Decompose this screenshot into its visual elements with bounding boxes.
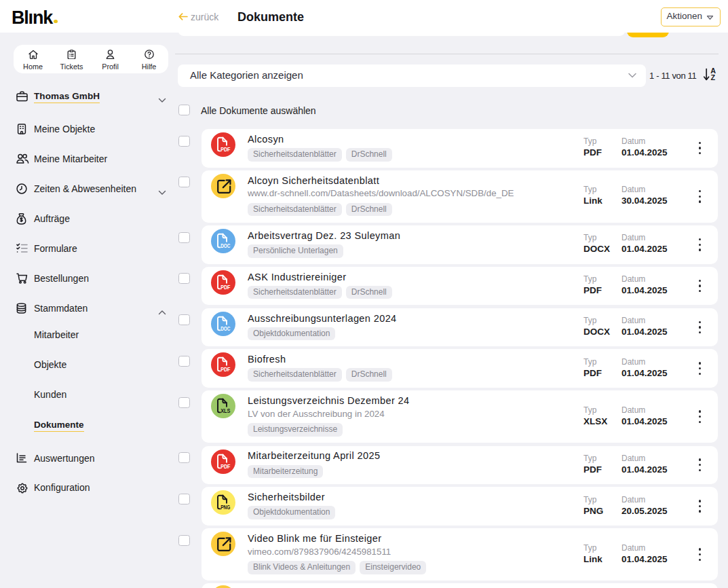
svg-text:XLS: XLS	[221, 407, 231, 414]
svg-text:PDF: PDF	[221, 145, 230, 153]
svg-text:PDF: PDF	[221, 365, 230, 373]
svg-text:DOC: DOC	[221, 325, 230, 332]
svg-text:Z: Z	[710, 73, 715, 81]
svg-text:PDF: PDF	[221, 283, 230, 291]
svg-text:PNG: PNG	[221, 503, 230, 511]
svg-text:DOC: DOC	[221, 242, 230, 249]
svg-text:PDF: PDF	[221, 462, 230, 470]
